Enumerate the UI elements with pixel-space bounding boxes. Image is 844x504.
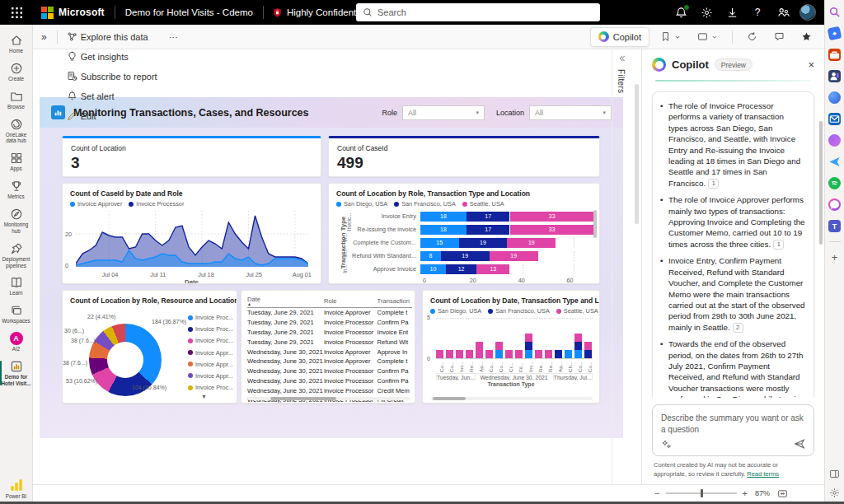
send-icon[interactable] (794, 438, 805, 450)
purpleapp-icon[interactable] (828, 134, 841, 147)
close-icon[interactable]: × (808, 59, 814, 70)
toolbar-set-alert-button[interactable]: Set alert (61, 86, 163, 106)
location-filter-dropdown[interactable]: All▾ (529, 105, 612, 120)
kpi-card-count-of-location[interactable]: Count of Location 3 (62, 136, 321, 177)
bar-row[interactable]: Approve Invoice101213 (348, 264, 599, 274)
legend-item[interactable]: Seattle, USA (462, 200, 504, 208)
sidebar-item-create[interactable]: Create (0, 58, 33, 86)
toolbar-explore-this-data-button[interactable]: Explore this data (61, 27, 163, 47)
bar-row[interactable]: Invoice Entry181733 (348, 211, 599, 222)
bar-segment[interactable]: 17 (467, 225, 510, 235)
table-row[interactable]: Tuesday, June 29, 2021Invoice ProcessorI… (247, 328, 412, 338)
help-icon[interactable]: ? (748, 3, 767, 21)
table-row[interactable]: Tuesday, June 29, 2021Invoice ApproverCo… (247, 308, 412, 318)
bookmarks-button[interactable] (654, 27, 687, 47)
table-row[interactable]: Tuesday, June 29, 2021Invoice ProcessorR… (247, 337, 412, 347)
bar-segment[interactable]: 33 (510, 212, 594, 222)
table-row[interactable]: Wednesday, June 30, 2021Invoice Approver… (247, 357, 412, 366)
chat-icon[interactable] (828, 198, 841, 211)
add-icon[interactable]: + (828, 251, 841, 264)
column-segment[interactable] (574, 342, 582, 350)
column-segment[interactable] (525, 342, 532, 350)
column-segment[interactable] (545, 350, 552, 358)
bar-segment[interactable]: 12 (446, 264, 476, 274)
column-stack[interactable] (476, 342, 483, 358)
table-row[interactable]: Tuesday, June 29, 2021Invoice ProcessorC… (247, 318, 412, 328)
column-stack[interactable] (545, 350, 552, 358)
citation-chip[interactable]: 1 (708, 179, 719, 189)
citation-chip[interactable]: 1 (773, 240, 784, 250)
citation-chip[interactable]: 2 (733, 323, 743, 333)
column-stack[interactable] (525, 334, 532, 358)
area-series[interactable] (76, 211, 308, 267)
column-stack[interactable] (505, 350, 513, 358)
view-button[interactable] (692, 27, 724, 47)
global-search-input[interactable]: Search (356, 3, 600, 21)
column-segment[interactable] (495, 342, 503, 350)
column-segment[interactable] (515, 350, 523, 358)
bar-segment[interactable]: 15 (420, 238, 459, 248)
people-icon[interactable] (828, 70, 841, 82)
expand-pane-icon[interactable] (617, 54, 626, 63)
column-segment[interactable] (574, 350, 582, 358)
column-segment[interactable] (456, 350, 463, 358)
fit-to-page-icon[interactable] (777, 488, 788, 499)
column-stack[interactable] (436, 350, 443, 358)
comments-button[interactable] (768, 27, 790, 47)
notifications-bell-icon[interactable] (672, 3, 690, 21)
suggestions-sparkle-icon[interactable] (661, 439, 672, 450)
blueapp-icon[interactable] (828, 91, 841, 104)
chart-scrollbar[interactable] (593, 210, 597, 238)
column-segment[interactable] (505, 350, 513, 358)
column-stack[interactable] (515, 350, 523, 358)
column-segment[interactable] (466, 350, 473, 358)
column-segment[interactable] (495, 350, 503, 358)
send-icon[interactable] (828, 156, 841, 168)
sidebar-item-metrics[interactable]: Metrics (0, 175, 33, 203)
bar-row[interactable]: Re-issuing the invoice181733 (348, 224, 599, 235)
chart-horizontal-scrollbar[interactable] (431, 397, 593, 400)
zoom-in-button[interactable]: + (743, 488, 748, 498)
copilot-input-box[interactable]: Describe the summary you want or ask a q… (652, 404, 814, 456)
user-avatar[interactable] (799, 4, 816, 21)
bar-segment[interactable]: 18 (420, 225, 467, 235)
legend-item[interactable]: Invoice Proc... (188, 384, 233, 391)
expand-nav-icon[interactable]: » (33, 31, 54, 43)
sidebar-item-home[interactable]: Home (0, 30, 33, 58)
table-row[interactable]: Wednesday, June 30, 2021Invoice Processo… (247, 376, 412, 385)
read-terms-link[interactable]: Read terms (747, 470, 779, 478)
toolbox-icon[interactable] (828, 49, 841, 61)
bar-segment[interactable]: 18 (420, 212, 467, 222)
column-stack[interactable] (495, 342, 503, 358)
sidebar-item-apps[interactable]: Apps (0, 147, 33, 175)
legend-item[interactable]: Invoice Appr... (188, 349, 233, 357)
stacked-bar-chart-card[interactable]: Count of Location by Role, Transaction T… (328, 183, 600, 284)
column-segment[interactable] (574, 334, 582, 342)
download-icon[interactable] (723, 3, 741, 21)
legend-item[interactable]: Invoice Approver (70, 200, 122, 208)
bar-segment[interactable]: 19 (490, 251, 538, 261)
bar-row[interactable]: Complete the Custom...151919 (348, 237, 599, 248)
bar-segment[interactable]: 10 (420, 264, 446, 274)
column-segment[interactable] (555, 350, 562, 358)
legend-item[interactable]: San Diego, USA (430, 307, 481, 315)
refresh-button[interactable] (741, 27, 763, 47)
column-segment[interactable] (535, 350, 542, 358)
table-row[interactable]: Wednesday, June 30, 2021Invoice Processo… (247, 366, 412, 376)
column-stack[interactable] (555, 350, 562, 358)
bar-row[interactable]: Refund With Standard...81919 (348, 250, 599, 261)
copilot-scrollbar[interactable] (819, 121, 823, 245)
legend-item[interactable]: Invoice Proc... (188, 325, 233, 333)
greenapp-icon[interactable] (828, 177, 841, 189)
mail-icon[interactable] (828, 113, 841, 125)
bar-segment[interactable]: 33 (510, 225, 594, 235)
favorite-star-button[interactable] (795, 27, 818, 47)
sidebar-item-monitoring-hub[interactable]: Monitoring hub (0, 203, 33, 238)
tag-icon[interactable]: ✦ (828, 26, 842, 41)
bar-segment[interactable]: 8 (420, 251, 441, 261)
sidebar-item-ai2[interactable]: AAI2 (0, 328, 33, 356)
sidebar-item-workspaces[interactable]: Workspaces (0, 300, 33, 328)
column-header-transaction[interactable]: Transaction (377, 295, 412, 308)
table-horizontal-scrollbar[interactable] (247, 397, 410, 400)
bar-segment[interactable]: 13 (476, 264, 509, 274)
